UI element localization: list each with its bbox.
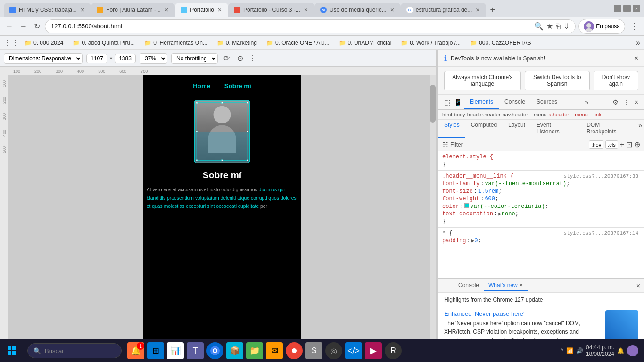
bottom-panel-close-icon[interactable]: × (636, 282, 640, 289)
taskbar-app-icon-6[interactable]: ▶ (365, 342, 382, 359)
feature-title-1[interactable]: Enhanced 'Never pause here' (444, 310, 600, 317)
taskbar-app-icon-5[interactable]: ◎ (325, 342, 342, 359)
taskbar-chrome-icon[interactable] (206, 342, 223, 359)
refresh-button[interactable]: ↻ (32, 20, 42, 33)
bookmark-cazaofertas[interactable]: 📁000. CazaOFERTAS (466, 38, 535, 48)
whatsnew-tab-close[interactable]: × (520, 282, 523, 288)
tab-media[interactable]: M Uso de media querie... × (314, 3, 401, 17)
toggle-style-icon[interactable]: ⊡ (626, 140, 632, 149)
dont-show-button[interactable]: Don't show again (594, 71, 638, 90)
bookmark-abcd[interactable]: 📁0. abcd Quinta Piru... (69, 38, 139, 48)
color-swatch[interactable] (464, 203, 469, 208)
tab-portafolio2[interactable]: Portafolio - Curso 3 -... × (228, 3, 314, 17)
bookmark-herramientas[interactable]: 📁0. Herramientas On... (140, 38, 211, 48)
devtools-tabs-more[interactable]: » (585, 99, 589, 106)
bc-header[interactable]: header.header (467, 112, 501, 117)
rule-selector-1[interactable]: .header__menu__link { (442, 173, 513, 180)
bottom-tab-console[interactable]: Console (454, 280, 484, 291)
bookmark-oracle[interactable]: 📁0. Oracle ONE / Alu... (263, 38, 333, 48)
tab-close-5[interactable]: × (389, 5, 395, 15)
match-language-button[interactable]: Always match Chrome's language (444, 71, 521, 90)
start-button[interactable] (0, 339, 24, 362)
taskbar-folder-icon[interactable]: 📁 (246, 342, 263, 359)
taskbar-app-icon-1[interactable]: ⊞ (147, 342, 164, 359)
devtools-device-icon[interactable]: 📱 (452, 98, 464, 107)
search-icon[interactable]: 🔍 (534, 22, 544, 31)
tab-sources[interactable]: Sources (531, 96, 563, 109)
tab-close-4[interactable]: × (303, 5, 309, 15)
bc-nav[interactable]: nav.header__menu (503, 112, 547, 117)
bookmarks-more-icon[interactable]: » (636, 39, 640, 47)
bc-body[interactable]: body (454, 112, 465, 117)
tab-portafolio[interactable]: Portafolio × (175, 3, 228, 17)
styles-tab-dom[interactable]: DOM Breakpoints (581, 120, 636, 138)
notification-bell[interactable]: 🔔 (617, 347, 624, 354)
styles-tabs-more[interactable]: » (636, 120, 644, 138)
apps-icon[interactable]: ⋮⋮ (4, 38, 19, 47)
tab-console[interactable]: Console (499, 96, 531, 109)
bc-html[interactable]: html (442, 112, 452, 117)
devtools-close-icon[interactable]: × (633, 98, 640, 107)
tab-elements[interactable]: Elements (464, 96, 499, 109)
hov-button[interactable]: :hov (589, 140, 603, 149)
taskbar-app-icon-3[interactable]: 📦 (226, 342, 243, 359)
back-button[interactable]: ← (4, 20, 15, 33)
taskbar-app-icon-7[interactable]: R (385, 342, 402, 359)
banner-close-button[interactable]: × (634, 54, 638, 63)
bookmark-work[interactable]: 📁0. Work / Trabajo /... (397, 38, 464, 48)
styles-tab-layout[interactable]: Layout (503, 120, 531, 138)
drag-handle-icon[interactable]: ⋮ (442, 281, 450, 290)
styles-tab-styles[interactable]: Styles (438, 120, 465, 138)
devtools-more-icon[interactable]: ⋮ (621, 98, 632, 107)
tab-close-3[interactable]: × (217, 5, 223, 15)
new-tab-button[interactable]: + (486, 3, 499, 17)
switch-spanish-button[interactable]: Switch DevTools to Spanish (525, 71, 590, 90)
rotate-icon[interactable]: ⟳ (222, 53, 231, 64)
close-button[interactable]: × (633, 5, 640, 12)
taskbar-notification-icon[interactable]: 🔔 1 (127, 342, 144, 359)
bookmark-unadm[interactable]: 📁0. UnADM_oficial (335, 38, 396, 48)
height-input[interactable] (115, 54, 136, 63)
minimize-button[interactable]: — (614, 5, 621, 12)
tab-close-1[interactable]: × (80, 5, 85, 15)
arrow-expand-icon[interactable]: ▶ (498, 211, 502, 217)
tab-html-css[interactable]: HTML y CSS: trabaja... × (4, 3, 91, 17)
forward-button[interactable]: → (18, 20, 29, 33)
profile-button[interactable]: En pausa (578, 19, 625, 34)
add-style-icon[interactable]: + (620, 140, 624, 149)
tab-estructura[interactable]: G estructura gráfica de... × (401, 3, 487, 17)
bc-a[interactable]: a.header__menu__link (549, 112, 602, 117)
zoom-select[interactable]: 37% (140, 53, 167, 64)
maximize-button[interactable]: □ (623, 5, 631, 12)
nav-about[interactable]: Sobre mí (224, 82, 251, 90)
taskbar-mail-icon[interactable]: ✉ (266, 342, 283, 359)
address-bar[interactable]: 127.0.0.1:5500/about.html 🔍 ★ ⎗ ⇓ (45, 19, 576, 33)
nav-home[interactable]: Home (193, 82, 210, 90)
bookmark-marketing[interactable]: 📁0. Marketing (213, 38, 261, 48)
taskbar-app-icon-4[interactable]: S (305, 342, 322, 359)
throttling-select[interactable]: No throttling (171, 53, 218, 64)
device-toolbar-more[interactable]: ⋮ (249, 54, 256, 63)
element-style-text[interactable]: element.style { (442, 154, 493, 160)
browser-menu-button[interactable]: ⋮ (628, 19, 640, 33)
taskbar-chrome2-icon[interactable] (286, 342, 303, 359)
arrow-expand-padding[interactable]: ▶ (471, 238, 475, 244)
download-icon[interactable]: ⇓ (563, 22, 570, 31)
device-mode-select[interactable]: Dimensions: Responsive (4, 53, 83, 64)
styles-tab-computed[interactable]: Computed (465, 120, 503, 138)
rule-selector-star[interactable]: * { (442, 230, 453, 237)
tab-foro[interactable]: Foro | Alura Latam -... × (91, 3, 175, 17)
new-rule-icon[interactable]: ⊕ (634, 140, 640, 149)
taskbar-vscode-icon[interactable]: </> (345, 342, 362, 359)
bookmark-000-2024[interactable]: 📁0. 000.2024 (21, 38, 67, 48)
devtools-inspect-icon[interactable]: ⬚ (442, 98, 452, 107)
taskbar-search[interactable]: 🔍 Buscar (24, 343, 125, 358)
styles-tab-events[interactable]: Event Listeners (531, 120, 581, 138)
settings-device-icon[interactable]: ⊙ (235, 53, 245, 64)
taskbar-teams-icon[interactable]: T (187, 342, 204, 359)
devtools-settings-icon[interactable]: ⚙ (611, 98, 620, 107)
bottom-tab-whatsnew[interactable]: What's new × (484, 280, 528, 291)
tab-close-6[interactable]: × (475, 5, 480, 15)
cls-button[interactable]: .cls (605, 140, 618, 149)
cast-icon[interactable]: ⎗ (556, 22, 561, 31)
